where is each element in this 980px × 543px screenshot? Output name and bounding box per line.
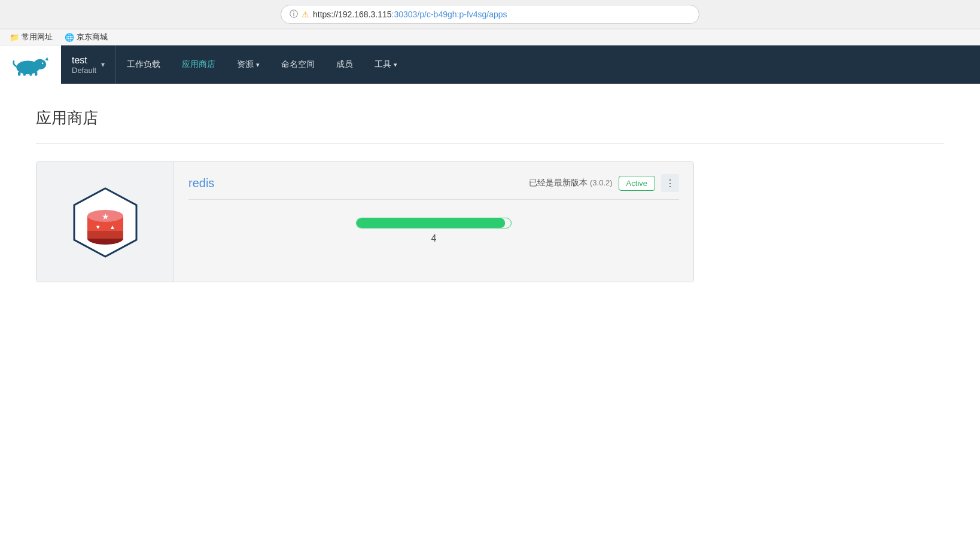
warning-icon: ⚠ bbox=[302, 10, 309, 19]
app-name[interactable]: redis bbox=[188, 176, 214, 190]
project-chevron: ▾ bbox=[101, 60, 105, 69]
info-icon: ⓘ bbox=[290, 9, 298, 20]
status-badge: Active bbox=[619, 176, 655, 191]
project-selector[interactable]: test Default ▾ bbox=[61, 45, 116, 84]
redis-logo-svg: ★ ♥ ▲ bbox=[69, 186, 141, 264]
url-text: https://192.168.3.115:30303/p/c-b49gh:p-… bbox=[313, 10, 507, 19]
folder-icon: 📁 bbox=[10, 33, 19, 42]
progress-bar-fill bbox=[357, 218, 505, 228]
project-env: Default bbox=[72, 66, 96, 75]
version-label: 已经是最新版本 bbox=[529, 178, 588, 187]
bookmark-folder[interactable]: 📁 常用网址 bbox=[10, 32, 53, 42]
app-card-redis: ★ ♥ ▲ redis 已经是最新版本 (3.0.2) bbox=[36, 161, 694, 282]
nav-tools[interactable]: 工具 ▾ bbox=[364, 45, 408, 84]
nav-brand[interactable] bbox=[0, 45, 61, 84]
svg-text:▲: ▲ bbox=[109, 224, 115, 230]
progress-section: 4 bbox=[188, 212, 679, 250]
resources-chevron: ▾ bbox=[256, 61, 260, 69]
redis-hexagon: ★ ♥ ▲ bbox=[69, 186, 141, 258]
nav-links: 工作负载 应用商店 资源 ▾ 命名空间 成员 工具 ▾ bbox=[116, 45, 408, 84]
app-card-header: redis 已经是最新版本 (3.0.2) Active ⋮ bbox=[188, 174, 679, 192]
project-name: test bbox=[72, 55, 96, 66]
svg-text:♥: ♥ bbox=[96, 224, 100, 230]
browser-chrome: ⓘ ⚠ https://192.168.3.115:30303/p/c-b49g… bbox=[0, 0, 980, 29]
nav-members[interactable]: 成员 bbox=[325, 45, 364, 84]
svg-rect-4 bbox=[18, 72, 20, 76]
bookmarks-bar: 📁 常用网址 🌐 京东商城 bbox=[0, 29, 980, 45]
version-number: (3.0.2) bbox=[590, 178, 613, 187]
top-nav: test Default ▾ 工作负载 应用商店 资源 ▾ 命名空间 成员 工具… bbox=[0, 45, 980, 84]
app-icon-section: ★ ♥ ▲ bbox=[36, 162, 174, 282]
svg-rect-7 bbox=[35, 72, 37, 76]
svg-point-2 bbox=[34, 59, 46, 70]
svg-rect-6 bbox=[29, 72, 32, 76]
page-divider bbox=[36, 143, 944, 144]
tools-chevron: ▾ bbox=[394, 61, 397, 69]
app-container: test Default ▾ 工作负载 应用商店 资源 ▾ 命名空间 成员 工具… bbox=[0, 45, 980, 494]
card-divider bbox=[188, 199, 679, 200]
svg-rect-5 bbox=[23, 72, 26, 76]
app-card-body: redis 已经是最新版本 (3.0.2) Active ⋮ bbox=[174, 162, 693, 282]
page-content: 应用商店 bbox=[0, 84, 980, 306]
globe-icon: 🌐 bbox=[65, 33, 74, 42]
page-title: 应用商店 bbox=[36, 108, 944, 129]
bookmark-label-1: 常用网址 bbox=[22, 32, 53, 42]
nav-namespace[interactable]: 命名空间 bbox=[270, 45, 325, 84]
rancher-logo bbox=[10, 53, 51, 77]
nav-appstore[interactable]: 应用商店 bbox=[171, 45, 226, 84]
app-card-actions: 已经是最新版本 (3.0.2) Active ⋮ bbox=[529, 174, 679, 192]
bookmark-jd[interactable]: 🌐 京东商城 bbox=[65, 32, 108, 42]
progress-bar-container bbox=[356, 218, 512, 228]
nav-resources[interactable]: 资源 ▾ bbox=[226, 45, 270, 84]
bookmark-label-2: 京东商城 bbox=[77, 32, 108, 42]
url-host: https://192.168.3.115 bbox=[313, 10, 392, 19]
nav-workload[interactable]: 工作负载 bbox=[116, 45, 171, 84]
version-text: 已经是最新版本 (3.0.2) bbox=[529, 178, 612, 188]
svg-point-8 bbox=[42, 63, 44, 65]
more-options-button[interactable]: ⋮ bbox=[661, 174, 679, 192]
address-bar[interactable]: ⓘ ⚠ https://192.168.3.115:30303/p/c-b49g… bbox=[281, 5, 699, 24]
svg-text:★: ★ bbox=[101, 212, 109, 221]
progress-count: 4 bbox=[431, 233, 437, 244]
url-port-path: :30303/p/c-b49gh:p-fv4sg/apps bbox=[392, 10, 507, 19]
